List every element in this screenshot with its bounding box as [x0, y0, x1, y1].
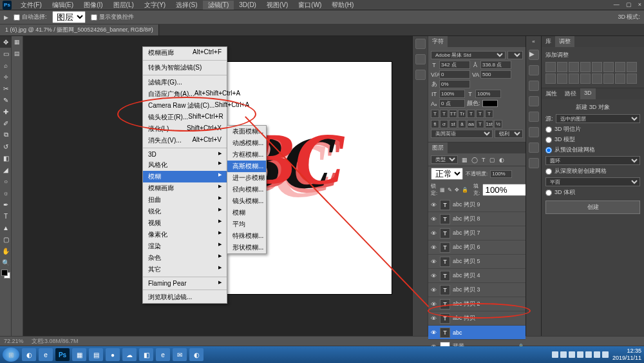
- ot-1[interactable]: fi: [431, 120, 439, 128]
- gradient-tool[interactable]: ◢: [0, 164, 12, 175]
- menu-3d[interactable]: 3D(D): [234, 1, 261, 8]
- collapsed-icon-7[interactable]: [529, 142, 539, 153]
- visibility-icon[interactable]: 👁: [430, 202, 437, 208]
- adj-icon[interactable]: [545, 62, 556, 72]
- ot-7[interactable]: 1st: [485, 120, 493, 128]
- adj-icon[interactable]: [592, 74, 602, 84]
- crop-tool[interactable]: ✂: [0, 83, 12, 94]
- canvas-area[interactable]: ABC ABC ABC ABC ABC 模糊画廊Alt+Ctrl+F 转换为智能…: [23, 36, 412, 336]
- stamp-tool[interactable]: ⧉: [0, 129, 12, 141]
- menu-filter[interactable]: 滤镜(T): [203, 1, 234, 10]
- threed-depth-select[interactable]: 平面: [545, 177, 640, 186]
- menu-image[interactable]: 图像(I): [79, 1, 108, 10]
- filter-adaptive[interactable]: 自适应广角(A)...Alt+Shift+Ctrl+A: [143, 88, 227, 100]
- blur-more[interactable]: 进一步模糊: [227, 172, 266, 184]
- adj-icon[interactable]: [580, 74, 591, 84]
- wand-tool[interactable]: ✧: [0, 71, 12, 83]
- baseline-input[interactable]: [439, 99, 465, 108]
- tab-layers[interactable]: 图层: [428, 142, 448, 153]
- blur-smart[interactable]: 特殊模糊...: [227, 230, 266, 242]
- filter-sub-stylize[interactable]: 风格化: [143, 159, 227, 171]
- eraser-tool[interactable]: ◧: [0, 152, 12, 164]
- system-tray[interactable]: 12:352019/11/11: [552, 348, 641, 362]
- ot-5[interactable]: aa: [467, 120, 475, 128]
- blur-motion[interactable]: 动感模糊...: [227, 137, 266, 149]
- filter-sub-other[interactable]: 其它: [143, 264, 227, 275]
- filter-sub-pixelate[interactable]: 像素化: [143, 229, 227, 240]
- layer-row[interactable]: 👁 T abc 拷贝 3: [428, 283, 526, 297]
- zoom-tool[interactable]: 🔍: [0, 257, 12, 268]
- filter-sub-video[interactable]: 视频: [143, 217, 227, 229]
- collapsed-icon-6[interactable]: [529, 127, 539, 137]
- visibility-icon[interactable]: 👁: [430, 230, 437, 237]
- threed-opt-volume[interactable]: 3D 体积: [545, 188, 640, 197]
- auto-select-mode[interactable]: 图层: [52, 11, 86, 23]
- tt-caps[interactable]: TT: [449, 110, 457, 118]
- blur-box[interactable]: 方框模糊...: [227, 149, 266, 161]
- layer-row[interactable]: 👁 T abc 拷贝 6: [428, 240, 526, 255]
- marquee-tool[interactable]: ▭: [0, 48, 12, 59]
- maximize-button[interactable]: ▢: [626, 1, 632, 8]
- aux-tool-2[interactable]: ▤: [12, 48, 23, 59]
- leading-input[interactable]: [480, 61, 511, 69]
- filter-sub-distort[interactable]: 扭曲: [143, 194, 227, 206]
- collapsed-icon-3[interactable]: [529, 81, 539, 91]
- auto-select-checkbox[interactable]: 自动选择:: [14, 13, 47, 21]
- filter-last[interactable]: 模糊画廊Alt+Ctrl+F: [143, 47, 227, 59]
- layer-row[interactable]: 👁 T abc 拷贝 4: [428, 269, 526, 283]
- blur-tool[interactable]: ○: [0, 175, 12, 187]
- move-tool[interactable]: ✥: [0, 36, 12, 48]
- mini-icon-3[interactable]: [415, 70, 426, 80]
- taskbar-chrome-icon[interactable]: ◐: [22, 348, 36, 361]
- va-input[interactable]: [439, 70, 470, 79]
- layer-row[interactable]: 👁 T abc 拷贝 2: [428, 297, 526, 311]
- tt-super[interactable]: T: [467, 110, 475, 118]
- font-size-input[interactable]: [439, 61, 470, 69]
- ot-3[interactable]: st: [449, 120, 457, 128]
- menu-help[interactable]: 帮助(H): [327, 1, 359, 10]
- lock-icon-2[interactable]: ✎: [448, 187, 452, 193]
- ot-2[interactable]: σ: [440, 120, 448, 128]
- visibility-icon[interactable]: 👁: [430, 244, 437, 251]
- hscale2-input[interactable]: [475, 90, 501, 98]
- blur-average[interactable]: 平均: [227, 219, 266, 230]
- font-style-select[interactable]: -: [507, 51, 523, 59]
- threed-create-button[interactable]: 创建: [545, 201, 640, 214]
- filter-cameraraw[interactable]: Camera Raw 滤镜(C)...Shift+Ctrl+A: [143, 100, 227, 112]
- collapsed-icon-1[interactable]: ▶: [529, 50, 539, 60]
- tt-sub[interactable]: T: [476, 110, 484, 118]
- blur-gaussian[interactable]: 高斯模糊...: [227, 161, 266, 172]
- lock-icon-3[interactable]: ✥: [455, 187, 459, 193]
- eyedropper-tool[interactable]: ✎: [0, 94, 12, 106]
- filter-smart[interactable]: 转换为智能滤镜(S): [143, 62, 227, 74]
- tab-character[interactable]: 字符: [428, 36, 448, 47]
- lock-icon-4[interactable]: 🔒: [462, 187, 468, 193]
- dodge-tool[interactable]: ☼: [0, 187, 12, 199]
- heal-tool[interactable]: ✚: [0, 106, 12, 117]
- filter-browse-online[interactable]: 浏览联机滤镜...: [143, 291, 227, 303]
- filter-liquify[interactable]: 液化(L)...Shift+Ctrl+X: [143, 123, 227, 135]
- tt-underline[interactable]: T: [485, 110, 493, 118]
- adj-icon[interactable]: [592, 62, 602, 72]
- path-select-tool[interactable]: ▲: [0, 222, 12, 233]
- blur-shape[interactable]: 形状模糊...: [227, 242, 266, 253]
- ot-6[interactable]: T: [476, 120, 484, 128]
- mini-icon-2[interactable]: [415, 54, 426, 64]
- adj-icon[interactable]: [615, 62, 625, 72]
- collapsed-icon-5[interactable]: [529, 112, 539, 122]
- font-family-select[interactable]: Adobe 黑体 Std: [431, 51, 506, 59]
- kerning-input[interactable]: [480, 70, 511, 79]
- threed-opt-preset[interactable]: 从预设创建网格: [545, 146, 640, 154]
- threed-opt-postcard[interactable]: 3D 明信片: [545, 125, 640, 133]
- filter-gallery[interactable]: 滤镜库(G)...: [143, 77, 227, 88]
- lang-select[interactable]: 美国英语: [431, 130, 493, 138]
- adj-icon[interactable]: [569, 62, 579, 72]
- filter-icon-4[interactable]: ▢: [489, 157, 495, 163]
- taskbar-app3-icon[interactable]: ●: [106, 348, 120, 361]
- minimize-button[interactable]: —: [614, 1, 620, 8]
- vscale-input[interactable]: [439, 90, 465, 98]
- tab-3d[interactable]: 3D: [580, 88, 596, 99]
- opacity-input[interactable]: [490, 170, 512, 178]
- adj-icon[interactable]: [603, 62, 614, 72]
- blur-radial[interactable]: 径向模糊...: [227, 184, 266, 195]
